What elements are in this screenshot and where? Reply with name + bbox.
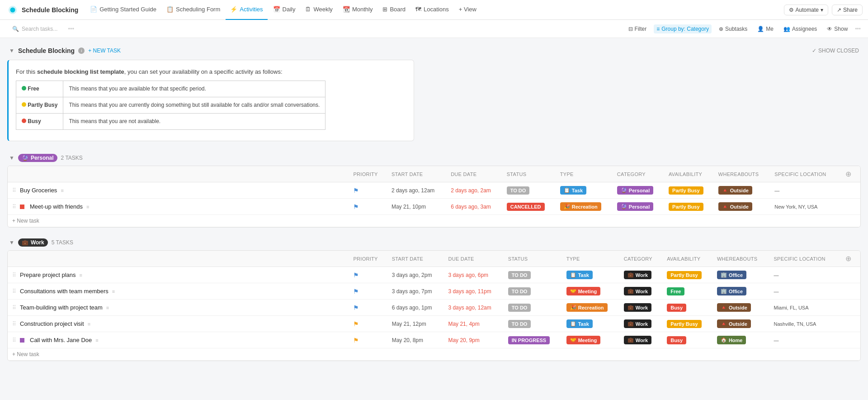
drag-handle[interactable]: ⠿: [12, 305, 16, 311]
status-badge[interactable]: TO DO: [508, 271, 531, 279]
status-badge[interactable]: CANCELLED: [507, 203, 545, 211]
task-menu-icon[interactable]: ≡: [106, 305, 109, 310]
drag-handle[interactable]: ⠿: [12, 187, 16, 194]
share-button[interactable]: ↗ Share: [832, 5, 863, 15]
priority-flag[interactable]: ⚑: [353, 187, 359, 194]
category-badge[interactable]: 🔮 Personal: [617, 202, 653, 211]
personal-group-toggle[interactable]: ▼: [9, 155, 14, 161]
status-badge[interactable]: TO DO: [508, 287, 531, 295]
priority-flag[interactable]: ⚑: [353, 203, 359, 210]
category-badge[interactable]: 🔮 Personal: [617, 186, 653, 195]
whereabouts-cell: 🔺 Outside: [712, 316, 769, 332]
priority-flag[interactable]: ⚑: [353, 337, 359, 344]
availability-badge[interactable]: Free: [667, 287, 684, 295]
tab-activities[interactable]: ⚡ Activities: [226, 0, 267, 20]
availability-badge[interactable]: Busy: [667, 304, 686, 312]
col-add[interactable]: ⊕: [839, 251, 860, 267]
drag-handle[interactable]: ⠿: [12, 337, 16, 343]
whereabouts-badge[interactable]: 🔺 Outside: [717, 319, 751, 328]
status-cell: IN PROGRESS: [504, 332, 562, 348]
availability-badge[interactable]: Partly Busy: [669, 203, 703, 211]
subtasks-button[interactable]: ⊕ Subtasks: [716, 24, 750, 33]
new-task-personal-button[interactable]: + New task: [12, 218, 39, 224]
info-icon[interactable]: i: [78, 48, 85, 54]
type-badge[interactable]: 📋 Task: [566, 319, 593, 328]
type-badge[interactable]: 📋 Task: [560, 186, 586, 195]
tab-scheduling-form[interactable]: 📋 Scheduling Form: [162, 0, 225, 20]
status-badge[interactable]: IN PROGRESS: [508, 336, 550, 344]
type-cell: 📋 Task: [562, 267, 619, 283]
new-task-row: + New task: [8, 215, 860, 227]
priority-flag[interactable]: ⚑: [353, 288, 359, 295]
whereabouts-badge[interactable]: 🏢 Office: [717, 271, 746, 279]
search-box[interactable]: 🔍 Search tasks...: [7, 23, 62, 35]
tab-view-add[interactable]: + View: [454, 0, 481, 20]
task-menu-icon[interactable]: ≡: [95, 338, 98, 343]
availability-badge[interactable]: Partly Busy: [667, 320, 702, 328]
priority-flag[interactable]: ⚑: [353, 320, 359, 328]
type-badge[interactable]: 📋 Task: [566, 271, 593, 279]
whereabouts-badge[interactable]: 🏢 Office: [717, 287, 746, 295]
task-menu-icon[interactable]: ≡: [88, 321, 90, 327]
tab-board[interactable]: ⊞ Board: [378, 0, 410, 20]
task-menu-icon[interactable]: ≡: [86, 204, 89, 210]
tab-daily[interactable]: 📅 Daily: [269, 0, 300, 20]
daily-icon: 📅: [273, 6, 280, 13]
drag-handle[interactable]: ⠿: [12, 272, 16, 278]
show-button[interactable]: 👁 Show: [824, 24, 850, 33]
whereabouts-badge[interactable]: 🔺 Outside: [718, 202, 752, 211]
col-add[interactable]: ⊕: [839, 166, 860, 182]
status-badge[interactable]: TO DO: [508, 320, 531, 328]
add-column-icon[interactable]: ⊕: [844, 253, 853, 264]
availability-badge[interactable]: Partly Busy: [667, 271, 702, 279]
drag-handle[interactable]: ⠿: [12, 321, 16, 327]
tab-weekly[interactable]: 🗓 Weekly: [301, 0, 337, 20]
whereabouts-cell: 🏢 Office: [712, 267, 769, 283]
status-badge[interactable]: TO DO: [508, 304, 531, 312]
start-date-cell: 2 days ago, 12am: [387, 182, 446, 199]
category-badge[interactable]: 💼 Work: [624, 287, 651, 295]
group-by-button[interactable]: ≡ Group by: Category: [654, 24, 712, 33]
category-badge[interactable]: 💼 Work: [624, 319, 651, 328]
personal-group-badge: 🔮 Personal: [18, 154, 57, 162]
new-task-button[interactable]: + NEW TASK: [88, 48, 121, 54]
task-menu-icon[interactable]: ≡: [61, 188, 63, 193]
tab-locations[interactable]: 🗺 Locations: [411, 0, 453, 20]
task-menu-icon[interactable]: ≡: [112, 289, 115, 294]
col-name: [8, 166, 349, 182]
type-badge[interactable]: 🎉 Recreation: [566, 303, 608, 312]
category-badge[interactable]: 💼 Work: [624, 336, 651, 344]
type-badge[interactable]: 🎉 Recreation: [560, 202, 601, 211]
whereabouts-badge[interactable]: 🔺 Outside: [717, 303, 751, 312]
tab-getting-started[interactable]: 📄 Getting Started Guide: [85, 0, 161, 20]
show-closed-button[interactable]: ✓ SHOW CLOSED: [812, 48, 859, 54]
priority-flag[interactable]: ⚑: [353, 271, 359, 279]
add-column-icon[interactable]: ⊕: [844, 168, 853, 180]
new-task-work-button[interactable]: + New task: [12, 351, 39, 357]
assignees-button[interactable]: 👥 Assignees: [781, 24, 820, 33]
start-date-cell: 3 days ago, 2pm: [387, 267, 444, 283]
me-button[interactable]: 👤 Me: [755, 24, 776, 33]
more-options-icon[interactable]: •••: [855, 26, 861, 32]
drag-handle[interactable]: ⠿: [12, 288, 16, 295]
filter-button[interactable]: ⊟ Filter: [626, 24, 650, 33]
task-menu-icon[interactable]: ≡: [80, 272, 82, 278]
availability-badge[interactable]: Busy: [667, 336, 686, 344]
priority-flag[interactable]: ⚑: [353, 304, 359, 311]
status-badge[interactable]: TO DO: [507, 186, 530, 195]
type-cell: 🤝 Meeting: [562, 283, 619, 300]
drag-handle[interactable]: ⠿: [12, 204, 16, 210]
whereabouts-badge[interactable]: 🏠 Home: [717, 336, 746, 344]
work-group-toggle[interactable]: ▼: [9, 239, 14, 246]
type-badge[interactable]: 🤝 Meeting: [566, 287, 601, 295]
share-icon: ↗: [837, 7, 841, 13]
type-badge[interactable]: 🤝 Meeting: [566, 336, 601, 344]
start-date-cell: May 21, 12pm: [387, 316, 444, 332]
category-badge[interactable]: 💼 Work: [624, 271, 651, 279]
category-badge[interactable]: 💼 Work: [624, 303, 651, 312]
whereabouts-badge[interactable]: 🔺 Outside: [718, 186, 752, 195]
tab-monthly[interactable]: 📆 Monthly: [338, 0, 377, 20]
automate-button[interactable]: ⚙ Automate ▾: [784, 5, 828, 15]
availability-badge[interactable]: Partly Busy: [669, 186, 703, 195]
section-collapse-toggle[interactable]: ▼: [9, 48, 14, 54]
